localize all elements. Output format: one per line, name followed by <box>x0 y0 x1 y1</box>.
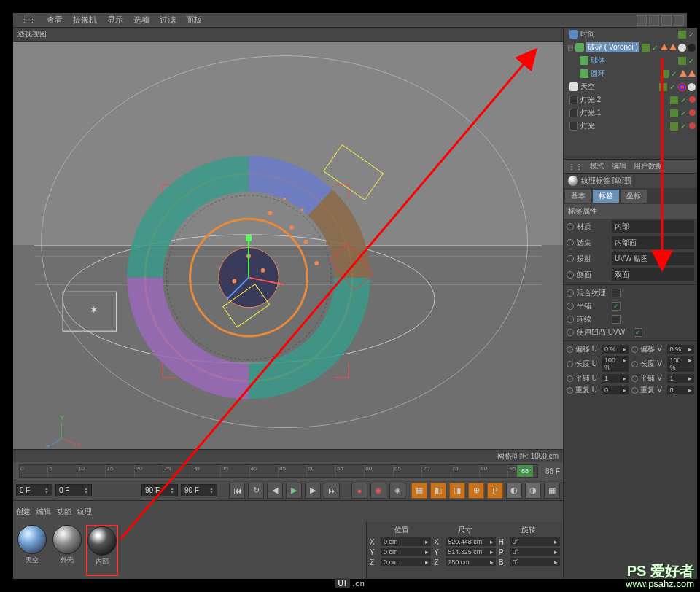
attribute-tabs: 基本 标签 坐标 <box>564 188 697 204</box>
next-frame-button[interactable]: ▶ <box>305 483 321 499</box>
attr-menu-mode[interactable]: 模式 <box>590 161 604 171</box>
object-manager[interactable]: 时间✓⊟破碎 ( Voronoi )✓ 球体✓ 圆环✓ 天空✓ 灯光.2✓ 灯光… <box>564 28 697 156</box>
object-row[interactable]: 灯光.2✓ <box>564 93 697 106</box>
autokey-button[interactable]: ◉ <box>370 483 386 499</box>
object-row[interactable]: 灯光✓ <box>564 120 697 133</box>
goto-start-button[interactable]: ⏮ <box>229 483 245 499</box>
tab-basic[interactable]: 基本 <box>565 190 591 203</box>
next-key-field[interactable]: 90 F▲▼ <box>181 484 217 496</box>
prop-useuvw-checkbox[interactable]: ✓ <box>634 328 642 337</box>
opt-btn-4[interactable]: ⊕ <box>468 483 484 499</box>
svg-point-10 <box>289 225 294 230</box>
mat-menu-edit[interactable]: 编辑 <box>36 507 51 517</box>
material-outer[interactable]: 外壳 <box>51 525 83 576</box>
mat-menu-create[interactable]: 创建 <box>16 507 31 517</box>
menu-options[interactable]: 选项 <box>129 13 154 27</box>
svg-rect-24 <box>246 235 252 241</box>
timeline[interactable]: 0510152025303540455055606570758085 88 88… <box>13 462 563 480</box>
opt-btn-6[interactable]: ◐ <box>506 483 522 499</box>
object-row[interactable]: 时间✓ <box>564 28 697 41</box>
object-row[interactable]: ⊟破碎 ( Voronoi )✓ <box>564 41 697 54</box>
menu-display[interactable]: 显示 <box>103 13 128 27</box>
attribute-title-text: 纹理标签 [纹理] <box>581 176 631 186</box>
material-ball-icon <box>52 525 82 554</box>
object-row[interactable]: 灯光.1✓ <box>564 106 697 120</box>
vp-icon-3[interactable] <box>661 15 672 26</box>
mat-menu-func[interactable]: 功能 <box>57 507 71 517</box>
object-icon <box>569 122 578 131</box>
svg-point-9 <box>268 211 273 215</box>
opt-btn-7[interactable]: ◑ <box>525 483 541 499</box>
record-button[interactable]: ● <box>351 483 368 499</box>
vp-icon-4[interactable] <box>674 15 684 26</box>
attr-menu-user[interactable]: 用户数据 <box>634 161 663 171</box>
range-start-field[interactable]: 0 F▲▼ <box>16 484 52 496</box>
menu-filter[interactable]: 过滤 <box>155 13 180 27</box>
menu-panel[interactable]: 面板 <box>182 13 206 27</box>
attribute-title: 纹理标签 [纹理] <box>564 174 697 188</box>
prop-continuous-checkbox[interactable] <box>612 315 621 324</box>
prop-tile-checkbox[interactable]: ✓ <box>612 302 621 311</box>
opt-btn-3[interactable]: ◨ <box>449 483 465 499</box>
uv-grid: 偏移 U0 %▸偏移 V0 %▸长度 U100 %▸长度 V100 %▸平铺 U… <box>564 343 697 398</box>
object-name[interactable]: 破碎 ( Voronoi ) <box>586 42 639 52</box>
tab-coord[interactable]: 坐标 <box>621 190 647 203</box>
material-ball-icon <box>18 525 47 554</box>
object-name[interactable]: 圆环 <box>591 69 658 79</box>
prop-side-value[interactable]: 双面 <box>612 268 694 281</box>
prop-projection-value[interactable]: UVW 贴图 <box>612 252 694 265</box>
menu-camera[interactable]: 摄像机 <box>69 13 101 27</box>
material-sky[interactable]: 天空 <box>16 525 48 576</box>
range-end-field[interactable]: 90 F▲▼ <box>141 484 178 496</box>
section-tag-props: 标签属性 <box>564 204 697 219</box>
prop-projection-label: 投射 <box>577 254 609 264</box>
goto-end-button[interactable]: ⏭ <box>324 483 340 499</box>
timeline-track[interactable]: 0510152025303540455055606570758085 88 <box>19 464 538 478</box>
object-name[interactable]: 灯光.1 <box>580 108 668 118</box>
attribute-menubar: ⋮⋮ 模式 编辑 用户数据 <box>564 159 697 174</box>
prop-blend-checkbox[interactable] <box>612 289 621 297</box>
object-row[interactable]: 天空✓ <box>564 80 697 93</box>
svg-point-12 <box>314 261 319 265</box>
svg-line-31 <box>51 438 61 445</box>
object-name[interactable]: 时间 <box>580 29 676 39</box>
menu-grip[interactable]: ⋮⋮ <box>16 14 41 26</box>
timeline-playhead[interactable]: 88 <box>517 465 533 477</box>
object-name[interactable]: 天空 <box>580 82 657 92</box>
tab-tag[interactable]: 标签 <box>593 190 619 203</box>
prop-material-value[interactable]: 内部 <box>612 220 694 233</box>
prev-frame-button[interactable]: ◀ <box>267 483 283 499</box>
vp-icon-1[interactable] <box>637 15 647 26</box>
opt-btn-1[interactable]: ▦ <box>411 483 427 499</box>
grip-icon[interactable]: ⋮⋮ <box>568 163 583 171</box>
watermark-right: PS 爱好者 www.psahz.com <box>626 563 694 589</box>
menu-view[interactable]: 查看 <box>42 13 67 27</box>
opt-btn-5[interactable]: P <box>487 483 503 499</box>
object-icon <box>580 69 588 78</box>
object-icon <box>569 109 578 117</box>
transport-bar: 0 F▲▼ 0 F▲▼ 90 F▲▼ 90 F▲▼ ⏮ ↻ ◀ ▶ ▶ ⏭ ● … <box>13 480 563 500</box>
play-button[interactable]: ▶ <box>286 483 302 499</box>
vp-icon-2[interactable] <box>649 15 659 26</box>
material-inner[interactable]: 内部 <box>86 525 118 576</box>
prev-key-field[interactable]: 0 F▲▼ <box>55 484 92 496</box>
object-name[interactable]: 灯光.2 <box>580 95 668 105</box>
app-window: ⋮⋮ 查看 摄像机 显示 选项 过滤 面板 透视视图 <box>13 13 687 579</box>
key-mode-button[interactable]: ◈ <box>389 483 405 499</box>
prop-continuous-label: 连续 <box>577 314 609 324</box>
current-frame-label: 88 F <box>545 467 560 475</box>
object-row[interactable]: 圆环✓ <box>564 67 697 80</box>
object-name[interactable]: 球体 <box>591 55 676 66</box>
attr-menu-edit[interactable]: 编辑 <box>612 161 626 171</box>
object-name[interactable]: 灯光 <box>580 121 668 131</box>
object-row[interactable]: 球体✓ <box>564 54 697 67</box>
mat-menu-tex[interactable]: 纹理 <box>77 507 92 517</box>
svg-point-16 <box>283 198 286 200</box>
prop-selection-label: 选集 <box>577 238 609 248</box>
loop-button[interactable]: ↻ <box>248 483 264 499</box>
prop-selection-value[interactable]: 内部面 <box>612 236 694 249</box>
svg-text:Y: Y <box>60 414 64 421</box>
opt-btn-2[interactable]: ◧ <box>430 483 446 499</box>
opt-btn-8[interactable]: ▦ <box>544 483 560 499</box>
viewport-3d[interactable]: ✶ Y X Z <box>13 42 563 449</box>
